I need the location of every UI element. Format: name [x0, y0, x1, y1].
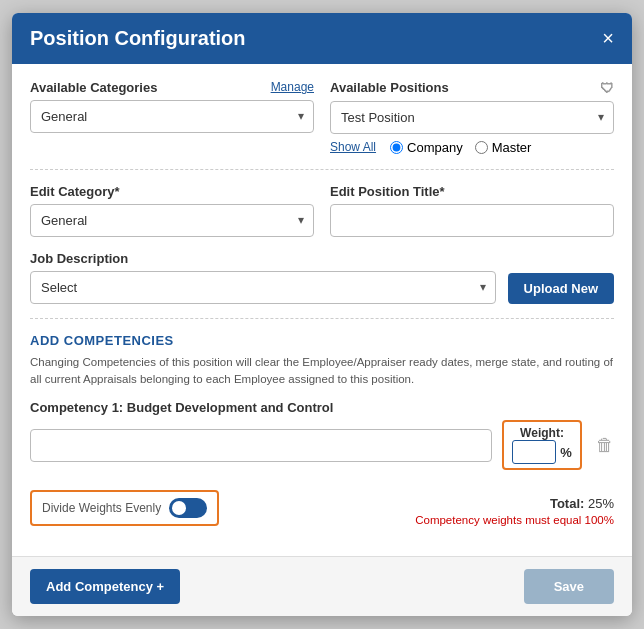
show-all-link[interactable]: Show All — [330, 140, 376, 154]
company-radio-label[interactable]: Company — [390, 140, 463, 155]
divide-weights-toggle[interactable] — [169, 498, 207, 518]
total-value: 25% — [588, 496, 614, 511]
divide-weights-row: Divide Weights Evenly — [30, 490, 219, 526]
total-section: Total: 25% Competency weights must equal… — [415, 488, 614, 526]
modal-header: Position Configuration × — [12, 13, 632, 64]
add-competency-button[interactable]: Add Competency + — [30, 569, 180, 604]
modal-body: Available Categories Manage General Oper… — [12, 64, 632, 557]
edit-category-col: Edit Category* General Operations ▾ — [30, 184, 314, 237]
percent-sign: % — [560, 445, 572, 460]
categories-positions-row: Available Categories Manage General Oper… — [30, 80, 614, 155]
available-positions-label: Available Positions 🛡 — [330, 80, 614, 96]
radio-group: Company Master — [390, 140, 531, 155]
divider-1 — [30, 169, 614, 170]
edit-row: Edit Category* General Operations ▾ Edit… — [30, 184, 614, 237]
position-configuration-modal: Position Configuration × Available Categ… — [12, 13, 632, 617]
weight-label: Weight: — [520, 426, 564, 440]
modal-footer: Add Competency + Save — [12, 556, 632, 616]
competency-warning: Changing Competencies of this position w… — [30, 354, 614, 389]
save-button[interactable]: Save — [524, 569, 614, 604]
manage-link[interactable]: Manage — [271, 80, 314, 94]
add-competencies-section: ADD COMPETENCIES Changing Competencies o… — [30, 333, 614, 527]
available-categories-col: Available Categories Manage General Oper… — [30, 80, 314, 155]
divider-2 — [30, 318, 614, 319]
total-label: Total: — [550, 496, 584, 511]
total-row: Total: 25% — [550, 496, 614, 511]
weight-box: Weight: 25 % — [502, 420, 582, 470]
close-button[interactable]: × — [602, 28, 614, 48]
master-radio[interactable] — [475, 141, 488, 154]
toggle-slider — [169, 498, 207, 518]
job-description-row: Select ▾ Upload New — [30, 271, 614, 304]
edit-position-title-label: Edit Position Title* — [330, 184, 614, 199]
job-description-label: Job Description — [30, 251, 614, 266]
job-description-select[interactable]: Select — [30, 271, 496, 304]
available-categories-label: Available Categories Manage — [30, 80, 314, 95]
available-positions-select-wrapper: Test Position Other Position ▾ — [330, 101, 614, 134]
competency-1-input[interactable]: Budget Development and Control — [30, 429, 492, 462]
competency-1-input-row: Budget Development and Control Weight: 2… — [30, 420, 614, 470]
delete-competency-icon[interactable]: 🗑 — [596, 435, 614, 456]
upload-new-button[interactable]: Upload New — [508, 273, 614, 304]
modal-title: Position Configuration — [30, 27, 246, 50]
available-categories-select-wrapper: General Operations Finance ▾ — [30, 100, 314, 133]
competency-1-label: Competency 1: Budget Development and Con… — [30, 400, 614, 415]
edit-category-select-wrapper: General Operations ▾ — [30, 204, 314, 237]
available-positions-col: Available Positions 🛡 Test Position Othe… — [330, 80, 614, 155]
master-radio-label[interactable]: Master — [475, 140, 532, 155]
available-categories-select[interactable]: General Operations Finance — [30, 100, 314, 133]
error-message: Competency weights must equal 100% — [415, 514, 614, 526]
weight-input[interactable]: 25 — [512, 440, 556, 464]
job-description-section: Job Description Select ▾ Upload New — [30, 251, 614, 304]
company-radio[interactable] — [390, 141, 403, 154]
add-competencies-title: ADD COMPETENCIES — [30, 333, 614, 348]
weight-input-row: 25 % — [512, 440, 572, 464]
show-all-row: Show All Company Master — [330, 140, 614, 155]
available-positions-select[interactable]: Test Position Other Position — [330, 101, 614, 134]
edit-category-label: Edit Category* — [30, 184, 314, 199]
edit-category-select[interactable]: General Operations — [30, 204, 314, 237]
job-description-select-wrapper: Select ▾ — [30, 271, 496, 304]
divide-weights-label: Divide Weights Evenly — [42, 501, 161, 515]
edit-position-title-col: Edit Position Title* Test Position — [330, 184, 614, 237]
edit-position-title-input[interactable]: Test Position — [330, 204, 614, 237]
shield-icon: 🛡 — [600, 80, 614, 96]
